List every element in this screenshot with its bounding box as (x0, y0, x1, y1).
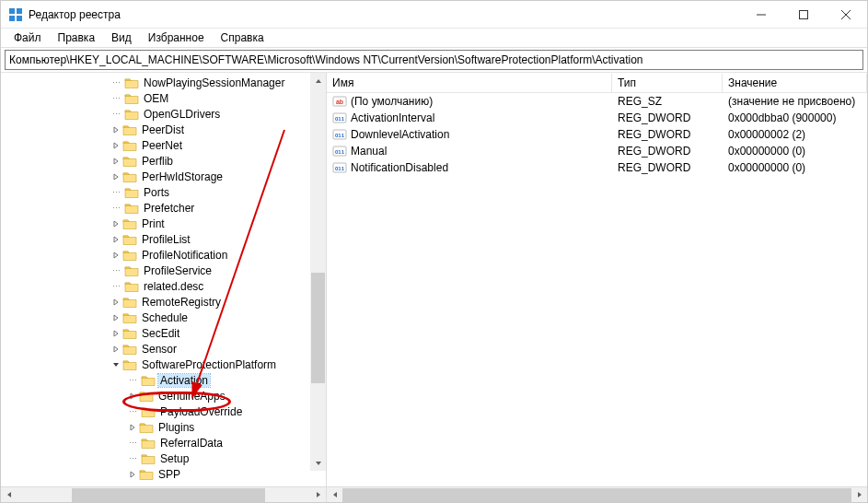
tree-node[interactable]: ProfileNotification (110, 247, 326, 263)
tree-node[interactable]: GenuineApps (110, 388, 326, 404)
tree-node[interactable]: ProfileList (110, 231, 326, 247)
scroll-right-icon[interactable] (310, 487, 326, 503)
scroll-thumb[interactable] (342, 488, 851, 502)
tree-node[interactable]: Plugins (110, 419, 326, 435)
chevron-right-icon[interactable] (110, 314, 122, 322)
tree-node[interactable]: ⋯Ports (110, 184, 326, 200)
tree-horizontal-scrollbar[interactable] (1, 486, 326, 502)
window-title: Редактор реестра (29, 8, 740, 21)
scroll-left-icon[interactable] (327, 487, 342, 503)
folder-icon (124, 108, 139, 121)
value-row[interactable]: 011DownlevelActivationREG_DWORD0x0000000… (327, 126, 867, 143)
tree-node[interactable]: ⋯related.desc (110, 278, 326, 294)
menu-view[interactable]: Вид (104, 29, 139, 46)
chevron-right-icon[interactable] (110, 142, 122, 149)
tree-node[interactable]: ⋯Activation (110, 372, 326, 388)
menubar: Файл Правка Вид Избранное Справка (1, 29, 867, 48)
folder-icon (122, 139, 137, 152)
folder-icon (139, 468, 154, 481)
chevron-right-icon[interactable] (110, 345, 122, 353)
value-horizontal-scrollbar[interactable] (327, 486, 867, 502)
value-type: REG_DWORD (612, 145, 723, 158)
tree-node[interactable]: ⋯NowPlayingSessionManager (110, 75, 326, 90)
menu-edit[interactable]: Правка (51, 29, 103, 46)
chevron-right-icon[interactable] (110, 220, 122, 228)
scroll-up-icon[interactable] (310, 73, 326, 88)
window-buttons (740, 1, 867, 28)
svg-text:011: 011 (335, 149, 345, 155)
tree-node-label: Perflib (140, 155, 175, 168)
folder-icon (122, 170, 137, 183)
registry-tree[interactable]: ⋯NowPlayingSessionManager⋯OEM⋯OpenGLDriv… (1, 73, 326, 482)
value-row[interactable]: 011NotificationDisabledREG_DWORD0x000000… (327, 159, 867, 176)
chevron-right-icon[interactable] (110, 298, 122, 306)
column-name[interactable]: Имя (327, 74, 612, 92)
value-name: DownlevelActivation (351, 128, 449, 141)
value-row[interactable]: 011ManualREG_DWORD0x00000000 (0) (327, 143, 867, 159)
tree-node[interactable]: ⋯PayloadOverride (110, 404, 326, 419)
chevron-right-icon[interactable] (126, 424, 139, 431)
reg-binary-icon: 011 (332, 160, 347, 175)
tree-node[interactable]: SoftwareProtectionPlatform (110, 357, 326, 372)
tree-node[interactable]: Perflib (110, 153, 326, 169)
minimize-button[interactable] (740, 1, 782, 29)
tree-node[interactable]: RemoteRegistry (110, 294, 326, 310)
chevron-right-icon[interactable] (126, 392, 139, 400)
value-type: REG_DWORD (612, 161, 723, 174)
menu-favorites[interactable]: Избранное (141, 29, 212, 46)
value-row[interactable]: ab(По умолчанию)REG_SZ(значение не присв… (327, 93, 867, 110)
tree-node[interactable]: Sensor (110, 341, 326, 357)
chevron-down-icon[interactable] (110, 361, 122, 368)
menu-file[interactable]: Файл (6, 29, 49, 46)
folder-icon (122, 155, 137, 168)
scroll-down-icon[interactable] (310, 455, 326, 471)
menu-help[interactable]: Справка (214, 29, 272, 46)
tree-node[interactable]: ⋯Prefetcher (110, 200, 326, 216)
tree-node[interactable]: ⋯OEM (110, 90, 326, 106)
chevron-right-icon[interactable] (110, 173, 122, 181)
address-bar[interactable]: Компьютер\HKEY_LOCAL_MACHINE\SOFTWARE\Mi… (5, 50, 863, 70)
tree-node[interactable]: PeerNet (110, 137, 326, 153)
tree-leaf-connector: ⋯ (126, 454, 139, 463)
chevron-right-icon[interactable] (110, 126, 122, 134)
tree-node[interactable]: Schedule (110, 310, 326, 325)
tree-node[interactable]: Print (110, 216, 326, 231)
value-row[interactable]: 011ActivationIntervalREG_DWORD0x000dbba0… (327, 110, 867, 126)
svg-rect-1 (17, 8, 22, 14)
chevron-right-icon[interactable] (110, 251, 122, 259)
scroll-right-icon[interactable] (851, 487, 867, 503)
tree-node[interactable]: ⋯ProfileService (110, 263, 326, 278)
chevron-right-icon[interactable] (110, 236, 122, 243)
reg-binary-icon: 011 (332, 111, 347, 125)
chevron-right-icon[interactable] (126, 471, 139, 478)
tree-node[interactable]: SPP (110, 466, 326, 482)
tree-node[interactable]: PeerDist (110, 122, 326, 137)
tree-node[interactable]: ⋯Setup (110, 450, 326, 466)
value-list[interactable]: ab(По умолчанию)REG_SZ(значение не присв… (327, 93, 867, 486)
tree-node[interactable]: SecEdit (110, 325, 326, 341)
value-data: 0x00000000 (0) (723, 161, 867, 174)
tree-node[interactable]: PerHwIdStorage (110, 169, 326, 184)
maximize-button[interactable] (782, 1, 825, 29)
svg-rect-2 (9, 16, 15, 21)
folder-icon (141, 405, 156, 418)
value-name: NotificationDisabled (351, 161, 448, 174)
column-type[interactable]: Тип (612, 74, 723, 92)
tree-node[interactable]: ⋯OpenGLDrivers (110, 106, 326, 122)
folder-icon (122, 311, 137, 324)
folder-icon (124, 186, 139, 199)
tree-node-label: ProfileNotification (140, 249, 229, 262)
value-type: REG_DWORD (612, 111, 723, 124)
column-value[interactable]: Значение (723, 74, 867, 92)
scroll-thumb[interactable] (311, 273, 325, 383)
scroll-left-icon[interactable] (1, 487, 17, 503)
scroll-thumb[interactable] (72, 488, 265, 502)
tree-vertical-scrollbar[interactable] (310, 73, 326, 471)
column-headers: Имя Тип Значение (327, 73, 867, 93)
close-button[interactable] (825, 1, 867, 29)
folder-icon (122, 233, 137, 246)
tree-node[interactable]: ⋯ReferralData (110, 435, 326, 450)
chevron-right-icon[interactable] (110, 330, 122, 337)
chevron-right-icon[interactable] (110, 158, 122, 165)
value-name: ActivationInterval (351, 111, 434, 124)
